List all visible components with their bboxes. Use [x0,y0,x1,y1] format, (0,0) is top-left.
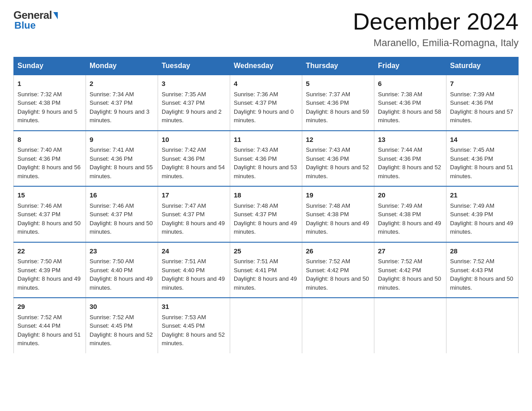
day-info: Sunrise: 7:44 AMSunset: 4:36 PMDaylight:… [378,146,441,180]
header-friday: Friday [374,57,446,75]
day-info: Sunrise: 7:49 AMSunset: 4:38 PMDaylight:… [378,202,441,235]
day-info: Sunrise: 7:40 AMSunset: 4:36 PMDaylight:… [17,146,81,180]
day-info: Sunrise: 7:52 AMSunset: 4:43 PMDaylight:… [450,258,513,291]
day-number: 2 [90,79,154,89]
header-saturday: Saturday [446,57,519,75]
calendar-cell: 15Sunrise: 7:46 AMSunset: 4:37 PMDayligh… [14,186,86,242]
calendar-cell: 11Sunrise: 7:43 AMSunset: 4:36 PMDayligh… [230,131,302,187]
day-info: Sunrise: 7:47 AMSunset: 4:37 PMDaylight:… [162,202,225,235]
day-number: 22 [17,246,82,257]
calendar-week-row: 1Sunrise: 7:32 AMSunset: 4:38 PMDaylight… [14,75,519,131]
header-thursday: Thursday [302,57,374,75]
calendar-cell: 6Sunrise: 7:38 AMSunset: 4:36 PMDaylight… [374,75,446,131]
calendar-cell: 12Sunrise: 7:43 AMSunset: 4:36 PMDayligh… [302,131,374,187]
calendar-cell: 14Sunrise: 7:45 AMSunset: 4:36 PMDayligh… [446,131,519,187]
day-number: 18 [234,190,298,201]
calendar-cell: 28Sunrise: 7:52 AMSunset: 4:43 PMDayligh… [446,242,519,298]
day-number: 23 [90,246,154,257]
calendar-cell: 31Sunrise: 7:53 AMSunset: 4:45 PMDayligh… [158,298,230,353]
calendar-cell: 23Sunrise: 7:50 AMSunset: 4:40 PMDayligh… [86,242,158,298]
day-number: 17 [162,190,226,201]
day-number: 3 [162,79,226,89]
calendar-cell: 1Sunrise: 7:32 AMSunset: 4:38 PMDaylight… [14,75,86,131]
logo: General Blue [13,9,58,31]
day-number: 29 [17,302,82,312]
day-number: 30 [90,302,154,312]
day-info: Sunrise: 7:49 AMSunset: 4:39 PMDaylight:… [450,202,513,235]
day-info: Sunrise: 7:46 AMSunset: 4:37 PMDaylight:… [90,202,153,235]
calendar-cell: 25Sunrise: 7:51 AMSunset: 4:41 PMDayligh… [230,242,302,298]
calendar-cell: 10Sunrise: 7:42 AMSunset: 4:36 PMDayligh… [158,131,230,187]
calendar-week-row: 15Sunrise: 7:46 AMSunset: 4:37 PMDayligh… [14,186,519,242]
day-info: Sunrise: 7:35 AMSunset: 4:37 PMDaylight:… [162,91,222,124]
day-number: 11 [234,135,298,145]
day-number: 24 [162,246,226,257]
calendar-cell: 21Sunrise: 7:49 AMSunset: 4:39 PMDayligh… [446,186,519,242]
day-info: Sunrise: 7:34 AMSunset: 4:37 PMDaylight:… [90,91,150,124]
header-wednesday: Wednesday [230,57,302,75]
calendar-cell: 18Sunrise: 7:48 AMSunset: 4:37 PMDayligh… [230,186,302,242]
header-monday: Monday [86,57,158,75]
day-number: 20 [378,190,442,201]
day-number: 12 [306,135,370,145]
calendar-week-row: 22Sunrise: 7:50 AMSunset: 4:39 PMDayligh… [14,242,519,298]
day-number: 14 [450,135,515,145]
calendar-cell: 19Sunrise: 7:48 AMSunset: 4:38 PMDayligh… [302,186,374,242]
day-info: Sunrise: 7:45 AMSunset: 4:36 PMDaylight:… [450,146,513,180]
day-number: 31 [162,302,226,312]
calendar-cell: 30Sunrise: 7:52 AMSunset: 4:45 PMDayligh… [86,298,158,353]
calendar-table: SundayMondayTuesdayWednesdayThursdayFrid… [13,57,519,353]
day-number: 7 [450,79,515,89]
day-number: 15 [17,190,82,201]
day-info: Sunrise: 7:50 AMSunset: 4:39 PMDaylight:… [17,258,81,291]
day-info: Sunrise: 7:38 AMSunset: 4:36 PMDaylight:… [378,91,441,124]
day-info: Sunrise: 7:42 AMSunset: 4:36 PMDaylight:… [162,146,225,180]
calendar-cell: 7Sunrise: 7:39 AMSunset: 4:36 PMDaylight… [446,75,519,131]
calendar-cell: 24Sunrise: 7:51 AMSunset: 4:40 PMDayligh… [158,242,230,298]
calendar-cell: 22Sunrise: 7:50 AMSunset: 4:39 PMDayligh… [14,242,86,298]
calendar-cell: 27Sunrise: 7:52 AMSunset: 4:42 PMDayligh… [374,242,446,298]
title-block: December 2024 Maranello, Emilia-Romagna,… [353,9,519,49]
day-number: 13 [378,135,442,145]
logo-blue: Blue [13,20,36,31]
calendar-week-row: 29Sunrise: 7:52 AMSunset: 4:44 PMDayligh… [14,298,519,353]
day-number: 4 [234,79,298,89]
day-info: Sunrise: 7:51 AMSunset: 4:41 PMDaylight:… [234,258,297,291]
day-number: 8 [17,135,82,145]
day-info: Sunrise: 7:36 AMSunset: 4:37 PMDaylight:… [234,91,294,124]
day-number: 10 [162,135,226,145]
day-number: 9 [90,135,154,145]
day-info: Sunrise: 7:32 AMSunset: 4:38 PMDaylight:… [17,91,77,124]
day-info: Sunrise: 7:46 AMSunset: 4:37 PMDaylight:… [17,202,81,235]
logo-triangle-icon [53,12,58,19]
page-header: General Blue December 2024 Maranello, Em… [13,9,519,49]
calendar-cell: 17Sunrise: 7:47 AMSunset: 4:37 PMDayligh… [158,186,230,242]
day-info: Sunrise: 7:41 AMSunset: 4:36 PMDaylight:… [90,146,153,180]
calendar-week-row: 8Sunrise: 7:40 AMSunset: 4:36 PMDaylight… [14,131,519,187]
month-year-title: December 2024 [353,9,519,34]
day-info: Sunrise: 7:43 AMSunset: 4:36 PMDaylight:… [306,146,369,180]
calendar-cell: 26Sunrise: 7:52 AMSunset: 4:42 PMDayligh… [302,242,374,298]
day-info: Sunrise: 7:39 AMSunset: 4:36 PMDaylight:… [450,91,513,124]
day-info: Sunrise: 7:52 AMSunset: 4:45 PMDaylight:… [90,314,153,347]
day-number: 21 [450,190,515,201]
calendar-cell: 16Sunrise: 7:46 AMSunset: 4:37 PMDayligh… [86,186,158,242]
day-info: Sunrise: 7:52 AMSunset: 4:42 PMDaylight:… [378,258,441,291]
day-number: 25 [234,246,298,257]
day-info: Sunrise: 7:52 AMSunset: 4:44 PMDaylight:… [17,314,81,347]
calendar-cell: 2Sunrise: 7:34 AMSunset: 4:37 PMDaylight… [86,75,158,131]
calendar-cell [374,298,446,353]
calendar-cell: 20Sunrise: 7:49 AMSunset: 4:38 PMDayligh… [374,186,446,242]
day-number: 1 [17,79,82,89]
calendar-cell: 13Sunrise: 7:44 AMSunset: 4:36 PMDayligh… [374,131,446,187]
day-info: Sunrise: 7:53 AMSunset: 4:45 PMDaylight:… [162,314,225,347]
day-info: Sunrise: 7:52 AMSunset: 4:42 PMDaylight:… [306,258,369,291]
calendar-cell: 5Sunrise: 7:37 AMSunset: 4:36 PMDaylight… [302,75,374,131]
location-subtitle: Maranello, Emilia-Romagna, Italy [353,37,519,49]
day-info: Sunrise: 7:50 AMSunset: 4:40 PMDaylight:… [90,258,153,291]
header-tuesday: Tuesday [158,57,230,75]
header-sunday: Sunday [14,57,86,75]
day-number: 16 [90,190,154,201]
day-number: 26 [306,246,370,257]
day-number: 19 [306,190,370,201]
